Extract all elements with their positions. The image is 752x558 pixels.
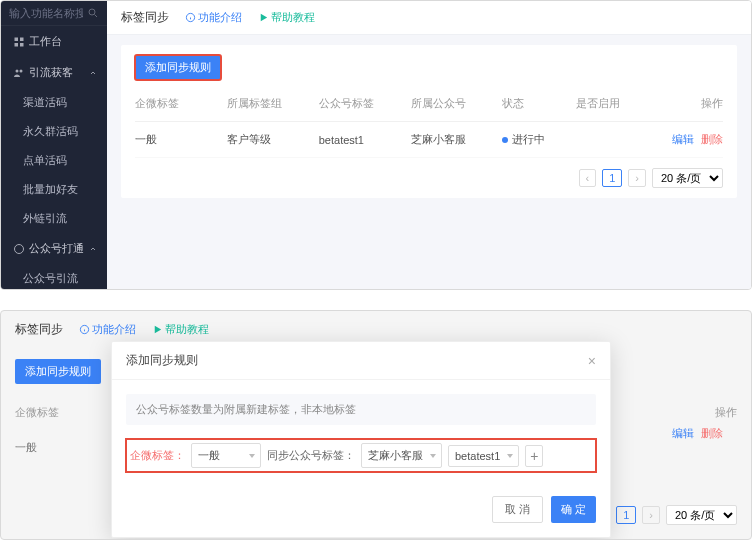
table-header: 企微标签 所属标签组 公众号标签 所属公众号 状态 是否启用 操作 — [135, 86, 723, 122]
cell-wx-tag: betatest1 — [319, 134, 411, 146]
sidebar-item-oa-leads[interactable]: 公众号引流 — [1, 264, 107, 289]
add-tag-button[interactable]: + — [525, 445, 543, 467]
help-tutorial-link[interactable]: 帮助教程 — [152, 322, 209, 337]
content-card: 添加同步规则 企微标签 所属标签组 公众号标签 所属公众号 状态 是否启用 操作… — [121, 45, 737, 198]
exchange-icon — [13, 243, 25, 255]
col-ops: 操作 — [647, 405, 737, 420]
svg-point-6 — [16, 69, 19, 72]
nav-group-workbench[interactable]: 工作台 — [1, 26, 107, 57]
dashboard-icon — [13, 36, 25, 48]
col-enabled: 是否启用 — [576, 96, 650, 111]
sidebar-item-group-qr[interactable]: 永久群活码 — [1, 117, 107, 146]
svg-point-8 — [15, 244, 24, 253]
cell-account: 芝麻小客服 — [411, 132, 503, 147]
pagination: ‹ 1 › 20 条/页 — [593, 495, 737, 525]
add-rule-button[interactable]: 添加同步规则 — [15, 359, 101, 384]
sidebar: 工作台 引流获客 渠道活码 永久群活码 点单活码 批量加好友 外链引流 公众号打… — [1, 1, 107, 289]
screenshot-top: 工作台 引流获客 渠道活码 永久群活码 点单活码 批量加好友 外链引流 公众号打… — [0, 0, 752, 290]
info-icon — [185, 12, 196, 23]
confirm-button[interactable]: 确 定 — [551, 496, 596, 523]
dialog-title: 添加同步规则 — [126, 352, 198, 369]
delete-link[interactable]: 删除 — [701, 133, 723, 145]
cell-tag-group: 客户等级 — [227, 132, 319, 147]
link-label: 功能介绍 — [198, 10, 242, 25]
sidebar-item-channel-qr[interactable]: 渠道活码 — [1, 88, 107, 117]
qw-tag-select[interactable]: 一般 — [191, 443, 261, 468]
help-tutorial-link[interactable]: 帮助教程 — [258, 10, 315, 25]
svg-marker-12 — [261, 14, 267, 21]
screenshot-bottom: 标签同步 功能介绍 帮助教程 添加同步规则 企微标签 是否启用 操作 一般 编辑… — [0, 310, 752, 540]
page-title: 标签同步 — [15, 321, 63, 338]
page-number[interactable]: 1 — [616, 506, 636, 524]
table-row: 一般 客户等级 betatest1 芝麻小客服 进行中 编辑 删除 — [135, 122, 723, 158]
nav-group-label: 引流获客 — [29, 65, 89, 80]
sidebar-search[interactable] — [1, 1, 107, 26]
feature-intro-link[interactable]: 功能介绍 — [185, 10, 242, 25]
sidebar-item-batch-add[interactable]: 批量加好友 — [1, 175, 107, 204]
col-wx-tag: 公众号标签 — [319, 96, 411, 111]
page-title: 标签同步 — [121, 9, 169, 26]
dialog-body: 公众号标签数量为附属新建标签，非本地标签 企微标签： 一般 同步公众号标签： 芝… — [112, 380, 610, 486]
nav-group-label: 工作台 — [29, 34, 97, 49]
dialog-form-row: 企微标签： 一般 同步公众号标签： 芝麻小客服 betatest1 + — [126, 439, 596, 472]
page-next[interactable]: › — [628, 169, 646, 187]
wx-tag-label: 同步公众号标签： — [267, 448, 355, 463]
svg-marker-16 — [155, 326, 161, 333]
svg-line-1 — [95, 15, 98, 18]
nav-group-official[interactable]: 公众号打通 — [1, 233, 107, 264]
chevron-up-icon — [89, 69, 97, 77]
link-label: 帮助教程 — [165, 322, 209, 337]
svg-rect-2 — [15, 37, 19, 41]
cell-ops: 编辑 删除 — [668, 426, 723, 441]
page-prev[interactable]: ‹ — [579, 169, 597, 187]
dialog-header: 添加同步规则 × — [112, 342, 610, 380]
info-icon — [79, 324, 90, 335]
users-icon — [13, 67, 25, 79]
col-tag-group: 所属标签组 — [227, 96, 319, 111]
wx-account-select[interactable]: 芝麻小客服 — [361, 443, 442, 468]
edit-link[interactable]: 编辑 — [672, 133, 694, 145]
link-label: 功能介绍 — [92, 322, 136, 337]
sidebar-item-external-link[interactable]: 外链引流 — [1, 204, 107, 233]
search-input[interactable] — [9, 7, 83, 19]
col-status: 状态 — [502, 96, 576, 111]
cell-qw-tag: 一般 — [135, 132, 227, 147]
qw-tag-label: 企微标签： — [130, 448, 185, 463]
wx-tag-select[interactable]: betatest1 — [448, 445, 519, 467]
page-next[interactable]: › — [642, 506, 660, 524]
nav-group-leads[interactable]: 引流获客 — [1, 57, 107, 88]
status-dot-icon — [502, 137, 508, 143]
close-icon[interactable]: × — [588, 353, 596, 369]
svg-rect-3 — [20, 37, 24, 41]
pagination: ‹ 1 › 20 条/页 — [135, 158, 723, 188]
dialog-footer: 取 消 确 定 — [112, 486, 610, 537]
col-qw-tag: 企微标签 — [135, 96, 227, 111]
col-account: 所属公众号 — [411, 96, 503, 111]
search-icon — [87, 7, 99, 19]
page-number[interactable]: 1 — [602, 169, 622, 187]
svg-point-7 — [20, 69, 23, 72]
svg-rect-5 — [20, 43, 24, 47]
nav-group-label: 公众号打通 — [29, 241, 89, 256]
delete-link[interactable]: 删除 — [701, 427, 723, 439]
play-icon — [152, 324, 163, 335]
cancel-button[interactable]: 取 消 — [492, 496, 543, 523]
cell-ops: 编辑 删除 — [649, 132, 723, 147]
content-area: 添加同步规则 企微标签 所属标签组 公众号标签 所属公众号 状态 是否启用 操作… — [107, 35, 751, 289]
add-rule-button[interactable]: 添加同步规则 — [135, 55, 221, 80]
svg-point-0 — [89, 9, 95, 15]
page-header: 标签同步 功能介绍 帮助教程 — [107, 1, 751, 35]
play-icon — [258, 12, 269, 23]
dialog-note: 公众号标签数量为附属新建标签，非本地标签 — [126, 394, 596, 425]
col-ops: 操作 — [649, 96, 723, 111]
edit-link[interactable]: 编辑 — [672, 427, 694, 439]
page-size-select[interactable]: 20 条/页 — [652, 168, 723, 188]
main-panel: 标签同步 功能介绍 帮助教程 添加同步规则 企微标签 所属标签组 公众号标签 所… — [107, 1, 751, 289]
sidebar-item-order-qr[interactable]: 点单活码 — [1, 146, 107, 175]
page-size-select[interactable]: 20 条/页 — [666, 505, 737, 525]
feature-intro-link[interactable]: 功能介绍 — [79, 322, 136, 337]
chevron-up-icon — [89, 245, 97, 253]
svg-rect-4 — [15, 43, 19, 47]
add-rule-dialog: 添加同步规则 × 公众号标签数量为附属新建标签，非本地标签 企微标签： 一般 同… — [111, 341, 611, 538]
link-label: 帮助教程 — [271, 10, 315, 25]
